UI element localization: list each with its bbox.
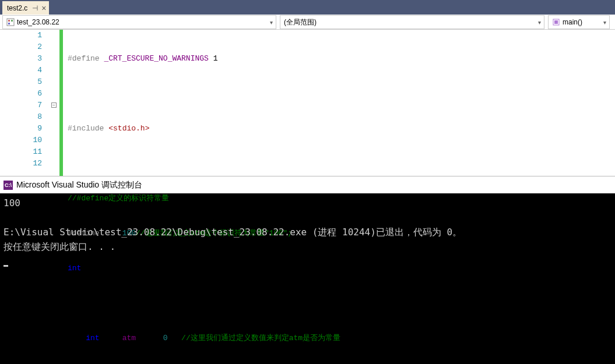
project-dropdown[interactable]: test_23.08.22 ▾	[2, 15, 276, 29]
fold-toggle[interactable]: −	[51, 103, 57, 108]
chevron-down-icon: ▾	[603, 19, 606, 26]
nav-bar: test_23.08.22 ▾ (全局范围) ▾ main() ▾	[0, 15, 615, 30]
svg-rect-3	[8, 23, 10, 24]
scope-name: (全局范围)	[284, 17, 317, 27]
svg-rect-1	[8, 20, 10, 22]
file-tab[interactable]: test2.c ⊣ ×	[2, 1, 49, 15]
chevron-down-icon: ▾	[270, 19, 273, 26]
svg-rect-0	[7, 19, 14, 26]
chevron-down-icon: ▾	[538, 19, 541, 26]
tab-filename: test2.c	[7, 4, 27, 12]
line-gutter: 123456789101112	[0, 30, 51, 176]
cursor	[3, 265, 8, 267]
close-icon[interactable]: ×	[41, 4, 46, 12]
project-name: test_23.08.22	[17, 18, 59, 26]
fold-column: −	[51, 30, 59, 176]
function-name: main()	[563, 18, 582, 26]
tab-bar: test2.c ⊣ ×	[0, 0, 615, 15]
project-icon	[6, 18, 15, 26]
code-editor[interactable]: 123456789101112 − #define _CRT_ESCURE_NO…	[0, 30, 615, 176]
console-title: Microsoft Visual Studio 调试控制台	[16, 180, 142, 190]
pin-icon[interactable]: ⊣	[32, 4, 38, 12]
function-icon	[552, 18, 560, 26]
vs-icon: C:\	[3, 181, 13, 190]
function-dropdown[interactable]: main() ▾	[548, 15, 610, 29]
code-content[interactable]: #define _CRT_ESCURE_NO_WARNINGS 1 #inclu…	[63, 30, 340, 176]
svg-rect-2	[11, 20, 13, 22]
scope-dropdown[interactable]: (全局范围) ▾	[280, 15, 544, 29]
svg-rect-5	[554, 20, 558, 24]
